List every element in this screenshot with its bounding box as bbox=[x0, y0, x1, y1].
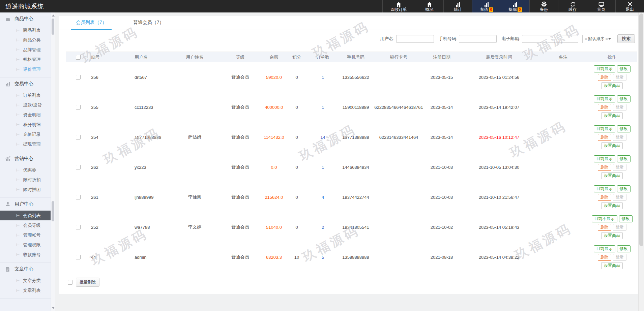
row-checkbox[interactable] bbox=[76, 225, 81, 229]
sidebar-section-title-marketing[interactable]: 营销中心 bbox=[0, 152, 51, 165]
set-goods-button[interactable]: 设置商品 bbox=[601, 172, 623, 179]
sidebar-item-brand-manage[interactable]: ⊢品牌管理 bbox=[0, 45, 51, 55]
tab-normal-member[interactable]: 普通会员（7） bbox=[128, 16, 169, 30]
delete-button[interactable]: 删除 bbox=[598, 224, 611, 231]
sidebar-section-title-goods[interactable]: 商品中心 bbox=[0, 12, 51, 25]
set-goods-button[interactable]: 设置商品 bbox=[601, 82, 623, 89]
topbar-item-statistics[interactable]: 统计 bbox=[443, 0, 472, 12]
sidebar-section-title-article[interactable]: 文章中心 bbox=[0, 263, 51, 276]
display-status-button[interactable]: 目前展示 bbox=[594, 245, 615, 252]
topbar-item-logout[interactable]: 退出 bbox=[615, 0, 644, 12]
topbar-item-backup[interactable]: 备份 bbox=[529, 0, 558, 12]
sidebar-item-admin-permission[interactable]: ⊢管理权限 bbox=[0, 240, 51, 250]
order-count-link[interactable]: 5 bbox=[322, 255, 324, 260]
delete-button[interactable]: 删除 bbox=[598, 164, 611, 171]
delete-button[interactable]: 删除 bbox=[598, 74, 611, 81]
sidebar-item-order-list[interactable]: ⊢订单列表 bbox=[0, 90, 51, 100]
topbar-item-recharge[interactable]: 充值 0 bbox=[472, 0, 501, 12]
sidebar-scrollbar[interactable] bbox=[51, 12, 55, 311]
delete-button[interactable]: 删除 bbox=[598, 104, 611, 111]
sidebar-item-article-category[interactable]: ⊢文章分类 bbox=[0, 276, 51, 285]
sidebar-item-refund[interactable]: ⊢退款/退货 bbox=[0, 100, 51, 110]
topbar-item-overview[interactable]: 概况 bbox=[415, 0, 443, 12]
login-button[interactable]: 登录 bbox=[613, 164, 626, 171]
order-count-link[interactable]: 14 bbox=[320, 135, 325, 140]
login-button[interactable]: 登录 bbox=[613, 194, 626, 201]
login-button[interactable]: 登录 bbox=[613, 104, 626, 111]
sidebar-item-payee-account[interactable]: ⊢收款账号 bbox=[0, 250, 51, 259]
login-button[interactable]: 登录 bbox=[613, 134, 626, 141]
batch-delete-button[interactable]: 批量删除 bbox=[76, 278, 99, 287]
sidebar-scrollbar-thumb[interactable] bbox=[52, 19, 54, 35]
row-checkbox[interactable] bbox=[76, 195, 81, 199]
delete-button[interactable]: 删除 bbox=[598, 194, 611, 201]
sidebar-section-title-trade[interactable]: 交易中心 bbox=[0, 77, 51, 90]
delete-button[interactable]: 删除 bbox=[598, 134, 611, 141]
username-input[interactable] bbox=[396, 35, 434, 43]
sidebar-item-member-list[interactable]: ⊢会员列表 bbox=[0, 211, 51, 220]
login-button[interactable]: 登录 bbox=[613, 224, 626, 231]
sidebar-item-time-discount[interactable]: ⊢限时折扣 bbox=[0, 175, 51, 185]
scrollbar-up-arrow-icon[interactable] bbox=[52, 14, 55, 17]
modify-button[interactable]: 修改 bbox=[617, 125, 631, 132]
page-scrollbar[interactable] bbox=[638, 12, 644, 311]
row-checkbox[interactable] bbox=[76, 255, 81, 259]
modify-button[interactable]: 修改 bbox=[617, 65, 631, 72]
sidebar-section-title-user[interactable]: 用户中心 bbox=[0, 198, 51, 211]
order-count-link[interactable]: 1 bbox=[322, 165, 324, 170]
sidebar-item-review-manage[interactable]: ⊢评价管理 bbox=[0, 64, 51, 74]
row-checkbox[interactable] bbox=[76, 75, 81, 80]
display-status-button[interactable]: 目前展示 bbox=[594, 125, 615, 132]
tab-member-list[interactable]: 会员列表（7） bbox=[71, 16, 112, 30]
display-status-button[interactable]: 目前展示 bbox=[594, 65, 615, 72]
topbar-item-homepage[interactable]: 首页 bbox=[587, 0, 615, 12]
page-scrollbar-thumb[interactable] bbox=[639, 13, 643, 246]
delete-button[interactable]: 删除 bbox=[598, 254, 611, 261]
email-input[interactable] bbox=[522, 35, 578, 43]
phone-input[interactable] bbox=[459, 35, 497, 43]
display-status-button[interactable]: 目前展示 bbox=[594, 185, 615, 192]
set-goods-button[interactable]: 设置商品 bbox=[601, 142, 623, 149]
display-status-button[interactable]: 目前展示 bbox=[594, 95, 615, 102]
topbar-item-withdraw[interactable]: 提现 0 bbox=[501, 0, 529, 12]
row-checkbox[interactable] bbox=[76, 165, 81, 169]
select-all-checkbox[interactable] bbox=[76, 55, 81, 60]
modify-button[interactable]: 修改 bbox=[617, 95, 631, 102]
display-status-button[interactable]: 目前不展示 bbox=[592, 215, 617, 222]
sidebar-item-withdraw-manage[interactable]: ⊢提现管理 bbox=[0, 139, 51, 149]
modify-button[interactable]: 修改 bbox=[617, 155, 631, 162]
topbar-item-cache[interactable]: 缓存 bbox=[558, 0, 587, 12]
order-count-link[interactable]: 4 bbox=[322, 195, 324, 200]
order-count-link[interactable]: 2 bbox=[322, 225, 324, 230]
sidebar-item-spec-manage[interactable]: ⊢规格管理 bbox=[0, 55, 51, 64]
set-goods-button[interactable]: 设置商品 bbox=[601, 202, 623, 209]
sidebar-item-group-buy[interactable]: ⊢限时拼团 bbox=[0, 185, 51, 194]
display-status-button[interactable]: 目前展示 bbox=[594, 155, 615, 162]
modify-button[interactable]: 修改 bbox=[619, 215, 633, 222]
modify-button[interactable]: 修改 bbox=[617, 185, 631, 192]
sidebar-item-goods-list[interactable]: ⊢商品列表 bbox=[0, 25, 51, 35]
sort-select[interactable]: = 默认排序 = bbox=[582, 35, 613, 43]
sidebar-item-goods-category[interactable]: ⊢商品分类 bbox=[0, 35, 51, 45]
sidebar-item-coupon[interactable]: ⊢优惠券 bbox=[0, 165, 51, 175]
topbar-item-recycle-orders[interactable]: 回收订单 bbox=[382, 0, 415, 12]
modify-button[interactable]: 修改 bbox=[617, 245, 631, 252]
scrollbar-down-arrow-icon[interactable] bbox=[52, 307, 55, 309]
login-button[interactable]: 登录 bbox=[613, 254, 626, 261]
login-button[interactable]: 登录 bbox=[613, 74, 626, 81]
batch-select-checkbox[interactable] bbox=[68, 280, 72, 285]
sidebar-item-recharge-record[interactable]: ⊢充值记录 bbox=[0, 129, 51, 139]
row-checkbox[interactable] bbox=[76, 105, 81, 110]
row-checkbox[interactable] bbox=[76, 135, 81, 139]
search-button[interactable]: 搜索 bbox=[617, 34, 635, 43]
set-goods-button[interactable]: 设置商品 bbox=[601, 232, 623, 239]
sidebar-item-fund-detail[interactable]: ⊢资金明细 bbox=[0, 110, 51, 120]
set-goods-button[interactable]: 设置商品 bbox=[601, 112, 623, 119]
set-goods-button[interactable]: 设置商品 bbox=[601, 262, 623, 269]
sidebar-item-points-detail[interactable]: ⊢积分明细 bbox=[0, 120, 51, 129]
order-count-link[interactable]: 1 bbox=[322, 75, 324, 80]
sidebar-item-admin-account[interactable]: ⊢管理帐号 bbox=[0, 230, 51, 240]
sidebar-item-article-list[interactable]: ⊢文章列表 bbox=[0, 285, 51, 295]
order-count-link[interactable]: 1 bbox=[322, 105, 324, 110]
sidebar-item-member-level[interactable]: ⊢会员等级 bbox=[0, 220, 51, 230]
